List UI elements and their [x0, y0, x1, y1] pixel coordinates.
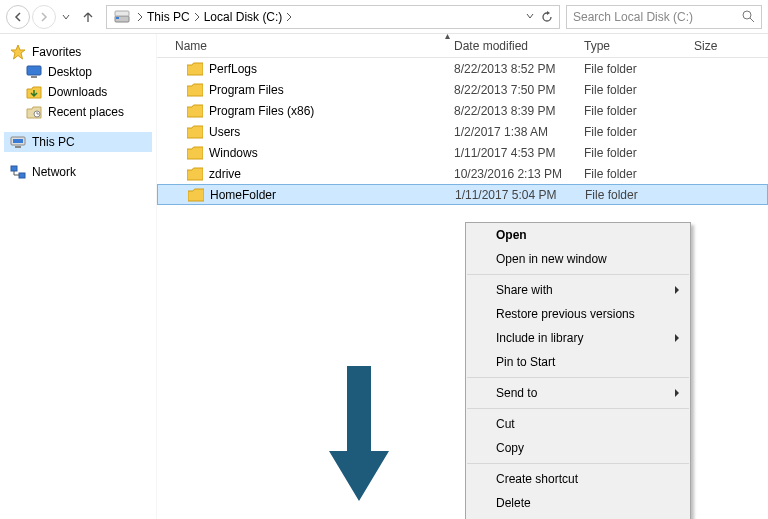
svg-rect-1 [115, 11, 129, 16]
menu-separator [467, 463, 689, 464]
back-button[interactable] [6, 5, 30, 29]
column-headers: Name Date modified Type Size [157, 34, 768, 58]
menu-item-restore-previous-versions[interactable]: Restore previous versions [466, 302, 690, 326]
sidebar-item-label: Network [32, 165, 76, 179]
menu-item-label: Create shortcut [496, 472, 578, 486]
col-type[interactable]: Type [576, 39, 686, 53]
table-row[interactable]: Program Files (x86)8/22/2013 8:39 PMFile… [157, 100, 768, 121]
table-row[interactable]: Windows1/11/2017 4:53 PMFile folder [157, 142, 768, 163]
file-date: 8/22/2013 8:52 PM [446, 62, 576, 76]
file-name: Users [209, 125, 240, 139]
file-type: File folder [576, 167, 686, 181]
file-name: PerfLogs [209, 62, 257, 76]
search-placeholder: Search Local Disk (C:) [573, 10, 742, 24]
file-name: Program Files (x86) [209, 104, 314, 118]
file-date: 1/11/2017 4:53 PM [446, 146, 576, 160]
sidebar-network[interactable]: Network [4, 162, 152, 182]
file-type: File folder [576, 146, 686, 160]
menu-item-delete[interactable]: Delete [466, 491, 690, 515]
history-dropdown[interactable] [58, 5, 74, 29]
menu-separator [467, 408, 689, 409]
address-bar[interactable]: This PC Local Disk (C:) [106, 5, 560, 29]
breadcrumb-root[interactable]: This PC [145, 10, 192, 24]
submenu-arrow-icon [674, 285, 680, 295]
col-name[interactable]: Name [157, 39, 446, 53]
sidebar-item-label: Downloads [48, 85, 107, 99]
menu-item-open-in-new-window[interactable]: Open in new window [466, 247, 690, 271]
menu-item-label: Cut [496, 417, 515, 431]
menu-item-label: Copy [496, 441, 524, 455]
sidebar-item-desktop[interactable]: Desktop [4, 62, 152, 82]
svg-line-4 [750, 18, 754, 22]
breadcrumb-location[interactable]: Local Disk (C:) [202, 10, 285, 24]
toolbar: This PC Local Disk (C:) Search Local Dis… [0, 0, 768, 34]
sidebar-favorites[interactable]: Favorites [4, 42, 152, 62]
crumb-sep-icon [192, 12, 202, 22]
menu-item-label: Include in library [496, 331, 583, 345]
table-row[interactable]: Program Files8/22/2013 7:50 PMFile folde… [157, 79, 768, 100]
address-dropdown-icon[interactable] [525, 11, 535, 23]
menu-item-label: Open [496, 228, 527, 242]
file-type: File folder [577, 188, 687, 202]
file-name: zdrive [209, 167, 241, 181]
folder-icon [187, 104, 203, 118]
svg-rect-6 [31, 76, 37, 78]
file-type: File folder [576, 104, 686, 118]
downloads-icon [26, 84, 42, 100]
sidebar-item-downloads[interactable]: Downloads [4, 82, 152, 102]
svg-rect-9 [13, 139, 23, 143]
menu-item-create-shortcut[interactable]: Create shortcut [466, 467, 690, 491]
sidebar-item-recent[interactable]: Recent places [4, 102, 152, 122]
file-name: Program Files [209, 83, 284, 97]
crumb-sep-icon [135, 12, 145, 22]
file-name: Windows [209, 146, 258, 160]
star-icon [10, 44, 26, 60]
sidebar-item-label: Desktop [48, 65, 92, 79]
menu-item-cut[interactable]: Cut [466, 412, 690, 436]
search-icon [742, 10, 755, 23]
folder-icon [188, 188, 204, 202]
drive-icon [113, 8, 131, 26]
menu-item-label: Pin to Start [496, 355, 555, 369]
sort-indicator-icon: ▴ [445, 30, 450, 41]
file-date: 8/22/2013 7:50 PM [446, 83, 576, 97]
submenu-arrow-icon [674, 333, 680, 343]
up-button[interactable] [76, 5, 100, 29]
col-size[interactable]: Size [686, 39, 766, 53]
menu-item-share-with[interactable]: Share with [466, 278, 690, 302]
col-date[interactable]: Date modified [446, 39, 576, 53]
menu-item-copy[interactable]: Copy [466, 436, 690, 460]
folder-icon [187, 125, 203, 139]
menu-item-label: Share with [496, 283, 553, 297]
menu-item-send-to[interactable]: Send to [466, 381, 690, 405]
menu-separator [467, 274, 689, 275]
svg-rect-5 [27, 66, 41, 75]
menu-separator [467, 377, 689, 378]
svg-rect-2 [116, 17, 119, 19]
crumb-sep-icon [284, 12, 294, 22]
file-date: 1/2/2017 1:38 AM [446, 125, 576, 139]
sidebar-item-label: Recent places [48, 105, 124, 119]
sidebar-thispc[interactable]: This PC [4, 132, 152, 152]
svg-rect-10 [15, 146, 21, 148]
computer-icon [10, 134, 26, 150]
refresh-icon[interactable] [541, 11, 553, 23]
menu-item-label: Delete [496, 496, 531, 510]
file-list: ▴ Name Date modified Type Size PerfLogs8… [157, 34, 768, 519]
menu-item-include-in-library[interactable]: Include in library [466, 326, 690, 350]
menu-item-open[interactable]: Open [466, 223, 690, 247]
table-row[interactable]: HomeFolder1/11/2017 5:04 PMFile folder [157, 184, 768, 205]
table-row[interactable]: zdrive10/23/2016 2:13 PMFile folder [157, 163, 768, 184]
file-type: File folder [576, 83, 686, 97]
svg-rect-11 [11, 166, 17, 171]
forward-button[interactable] [32, 5, 56, 29]
recent-icon [26, 104, 42, 120]
menu-item-rename[interactable]: Rename [466, 515, 690, 519]
network-icon [10, 164, 26, 180]
file-date: 8/22/2013 8:39 PM [446, 104, 576, 118]
table-row[interactable]: Users1/2/2017 1:38 AMFile folder [157, 121, 768, 142]
search-input[interactable]: Search Local Disk (C:) [566, 5, 762, 29]
menu-item-pin-to-start[interactable]: Pin to Start [466, 350, 690, 374]
file-type: File folder [576, 125, 686, 139]
table-row[interactable]: PerfLogs8/22/2013 8:52 PMFile folder [157, 58, 768, 79]
